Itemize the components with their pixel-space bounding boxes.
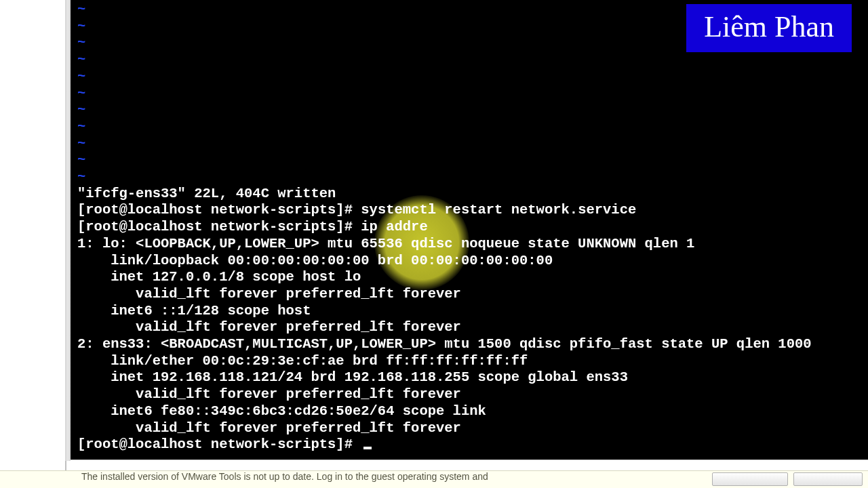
ip-output-line: valid_lft forever preferred_lft forever xyxy=(77,286,461,302)
vim-tilde: ~ xyxy=(77,136,85,151)
terminal-cursor xyxy=(363,447,372,449)
ip-output-line: inet 192.168.118.121/24 brd 192.168.118.… xyxy=(77,369,628,385)
shell-prompt: [root@localhost network-scripts]# xyxy=(77,219,353,235)
ip-output-line: valid_lft forever preferred_lft forever xyxy=(77,319,461,335)
command-ip-addre: ip addre xyxy=(361,219,427,235)
vertical-scrollbar[interactable] xyxy=(65,0,71,461)
vim-tilde: ~ xyxy=(77,68,85,84)
ip-output-line: 1: lo: <LOOPBACK,UP,LOWER_UP> mtu 65536 … xyxy=(77,236,694,251)
shell-prompt: [root@localhost network-scripts]# xyxy=(77,436,353,452)
ip-output-line: link/ether 00:0c:29:3e:cf:ae brd ff:ff:f… xyxy=(77,353,528,369)
ip-output-line: inet6 fe80::349c:6bc3:cd26:50e2/64 scope… xyxy=(77,403,486,419)
status-button[interactable] xyxy=(793,472,863,486)
watermark-overlay: Liêm Phan xyxy=(686,4,852,52)
vim-tilde: ~ xyxy=(77,152,85,167)
ip-output-line: 2: ens33: <BROADCAST,MULTICAST,UP,LOWER_… xyxy=(77,336,812,352)
vmware-tools-message: The installed version of VMware Tools is… xyxy=(81,471,488,482)
terminal-output[interactable]: ~ ~ ~ ~ ~ ~ ~ ~ ~ ~ ~ "ifcfg-ens33" 22L,… xyxy=(71,0,868,460)
vim-tilde: ~ xyxy=(77,85,85,101)
vim-tilde: ~ xyxy=(77,102,85,117)
vim-tilde: ~ xyxy=(77,119,85,134)
shell-prompt: [root@localhost network-scripts]# xyxy=(77,202,353,218)
vim-tilde: ~ xyxy=(77,169,85,184)
vim-write-message: "ifcfg-ens33" 22L, 404C written xyxy=(77,186,336,201)
ip-output-line: valid_lft forever preferred_lft forever xyxy=(77,386,461,402)
ip-output-line: inet 127.0.0.1/8 scope host lo xyxy=(77,269,361,285)
status-button[interactable] xyxy=(712,472,788,486)
window-left-margin xyxy=(0,0,66,488)
terminal-bottom-edge xyxy=(71,460,868,463)
vim-tilde: ~ xyxy=(77,1,85,17)
vim-tilde: ~ xyxy=(77,18,85,34)
vim-tilde: ~ xyxy=(77,35,85,50)
vmware-status-bar: The installed version of VMware Tools is… xyxy=(0,470,868,488)
command-systemctl: systemctl restart network.service xyxy=(361,202,636,218)
ip-output-line: valid_lft forever preferred_lft forever xyxy=(77,420,461,436)
ip-output-line: inet6 ::1/128 scope host xyxy=(77,303,311,319)
vim-tilde: ~ xyxy=(77,52,85,67)
ip-output-line: link/loopback 00:00:00:00:00:00 brd 00:0… xyxy=(77,253,553,268)
